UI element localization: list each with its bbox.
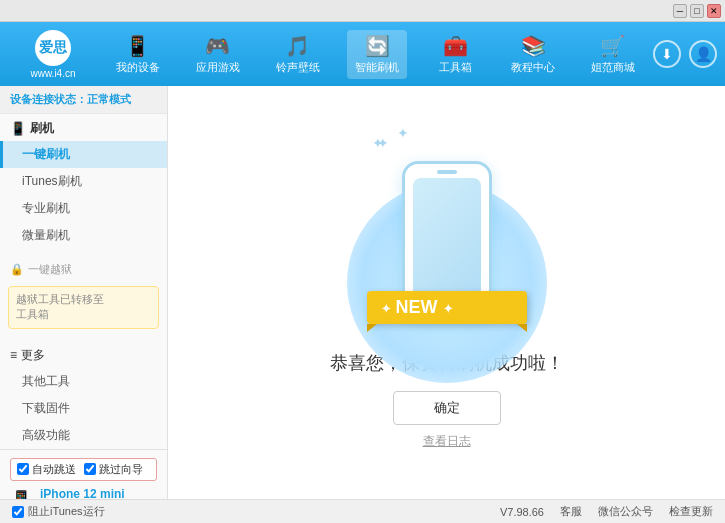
advanced-label: 高级功能 xyxy=(22,428,70,442)
one-click-flash-label: 一键刷机 xyxy=(22,147,70,161)
sidebar-item-dual-flash[interactable]: 微量刷机 xyxy=(0,222,167,249)
sidebar-item-itunes-flash[interactable]: iTunes刷机 xyxy=(0,168,167,195)
customer-service-link[interactable]: 客服 xyxy=(560,504,582,519)
confirm-button[interactable]: 确定 xyxy=(393,391,501,425)
device-phone-icon: 📱 xyxy=(10,489,32,499)
device-info: 📱 iPhone 12 mini 64GB Down-12mini-13,1 xyxy=(10,487,157,499)
sidebar-item-download-firmware[interactable]: 下载固件 xyxy=(0,395,167,422)
logo-icon: 爱思 xyxy=(35,30,71,66)
nav-smart-flash[interactable]: 🔄 智能刷机 xyxy=(347,30,407,79)
nav-apps-games[interactable]: 🎮 应用游戏 xyxy=(188,30,248,79)
phone-speaker xyxy=(437,170,457,174)
nav-right: ⬇ 👤 xyxy=(653,40,717,68)
toolbox-icon: 🧰 xyxy=(443,34,468,58)
bottom-left: 阻止iTunes运行 xyxy=(12,504,105,519)
device-area: 自动跳送 跳过向导 📱 iPhone 12 mini 64GB Down-12m… xyxy=(0,449,167,499)
one-rescue-header: 🔒 一键越狱 xyxy=(0,257,167,282)
my-device-icon: 📱 xyxy=(125,34,150,58)
notice-text: 越狱工具已转移至工具箱 xyxy=(16,293,104,320)
nav-my-device[interactable]: 📱 我的设备 xyxy=(108,30,168,79)
store-label: 姐范商城 xyxy=(591,60,635,75)
download-button[interactable]: ⬇ xyxy=(653,40,681,68)
auto-send-checkbox[interactable]: 自动跳送 xyxy=(17,462,76,477)
my-device-label: 我的设备 xyxy=(116,60,160,75)
apps-label: 应用游戏 xyxy=(196,60,240,75)
bottom-right: V7.98.66 客服 微信公众号 检查更新 xyxy=(500,504,713,519)
sidebar-item-pro-flash[interactable]: 专业刷机 xyxy=(0,195,167,222)
sidebar-item-other-tools[interactable]: 其他工具 xyxy=(0,368,167,395)
view-log-link[interactable]: 查看日志 xyxy=(423,433,471,450)
dual-flash-label: 微量刷机 xyxy=(22,228,70,242)
top-nav: 爱思 www.i4.cn 📱 我的设备 🎮 应用游戏 🎵 铃声壁纸 🔄 智能刷机… xyxy=(0,22,725,86)
nav-ringtones[interactable]: 🎵 铃声壁纸 xyxy=(268,30,328,79)
ringtones-icon: 🎵 xyxy=(285,34,310,58)
apps-icon: 🎮 xyxy=(205,34,230,58)
sparkle-2: ✦ xyxy=(377,135,389,151)
flash-section-icon: 📱 xyxy=(10,121,26,136)
auto-send-label: 自动跳送 xyxy=(32,462,76,477)
sparkle-3: ✦ xyxy=(397,125,409,141)
status-label: 设备连接状态： xyxy=(10,93,87,105)
device-checkboxes: 自动跳送 跳过向导 xyxy=(10,458,157,481)
phone-illustration: ✦ ✦ ✦ ✦ NEW ✦ xyxy=(367,135,527,335)
phone-screen xyxy=(413,178,481,298)
device-details: iPhone 12 mini 64GB Down-12mini-13,1 xyxy=(40,487,125,499)
block-itunes-checkbox[interactable] xyxy=(12,506,24,518)
skip-guide-checkbox[interactable]: 跳过向导 xyxy=(84,462,143,477)
sidebar-item-advanced[interactable]: 高级功能 xyxy=(0,422,167,449)
new-ribbon: ✦ NEW ✦ xyxy=(367,291,527,324)
lock-icon: 🔒 xyxy=(10,263,24,276)
block-itunes-label: 阻止iTunes运行 xyxy=(28,504,105,519)
pro-flash-label: 专业刷机 xyxy=(22,201,70,215)
other-tools-label: 其他工具 xyxy=(22,374,70,388)
title-bar: ─ □ ✕ xyxy=(0,0,725,22)
more-icon: ≡ xyxy=(10,348,17,362)
notice-box: 越狱工具已转移至工具箱 xyxy=(8,286,159,329)
auto-send-input[interactable] xyxy=(17,463,29,475)
close-button[interactable]: ✕ xyxy=(707,4,721,18)
user-button[interactable]: 👤 xyxy=(689,40,717,68)
nav-toolbox[interactable]: 🧰 工具箱 xyxy=(427,30,483,79)
logo-url: www.i4.cn xyxy=(30,68,75,79)
store-icon: 🛒 xyxy=(600,34,625,58)
one-rescue-label: 一键越狱 xyxy=(28,262,72,277)
ribbon-star-left: ✦ xyxy=(381,302,391,316)
ribbon-star-right: ✦ xyxy=(443,302,453,316)
smart-flash-icon: 🔄 xyxy=(365,34,390,58)
ringtones-label: 铃声壁纸 xyxy=(276,60,320,75)
wechat-public-link[interactable]: 微信公众号 xyxy=(598,504,653,519)
more-section-label: 更多 xyxy=(21,347,45,364)
tutorial-label: 教程中心 xyxy=(511,60,555,75)
window-controls: ─ □ ✕ xyxy=(673,4,721,18)
sidebar-item-one-click-flash[interactable]: 一键刷机 xyxy=(0,141,167,168)
smart-flash-label: 智能刷机 xyxy=(355,60,399,75)
content-area: ✦ ✦ ✦ ✦ NEW ✦ 恭喜您，保资料刷机成功啦！ 确定 查看日志 xyxy=(168,86,725,499)
status-value: 正常模式 xyxy=(87,93,131,105)
device-status: 设备连接状态：正常模式 xyxy=(0,86,167,114)
itunes-flash-label: iTunes刷机 xyxy=(22,174,82,188)
toolbox-label: 工具箱 xyxy=(439,60,472,75)
download-firmware-label: 下载固件 xyxy=(22,401,70,415)
skip-guide-label: 跳过向导 xyxy=(99,462,143,477)
sidebar: 设备连接状态：正常模式 📱 刷机 一键刷机 iTunes刷机 专业刷机 微量刷机… xyxy=(0,86,168,499)
logo-area: 爱思 www.i4.cn xyxy=(8,30,98,79)
maximize-button[interactable]: □ xyxy=(690,4,704,18)
tutorial-icon: 📚 xyxy=(521,34,546,58)
minimize-button[interactable]: ─ xyxy=(673,4,687,18)
bottom-bar: 阻止iTunes运行 V7.98.66 客服 微信公众号 检查更新 xyxy=(0,499,725,523)
flash-section-header: 📱 刷机 xyxy=(0,114,167,141)
nav-tutorial[interactable]: 📚 教程中心 xyxy=(503,30,563,79)
nav-items: 📱 我的设备 🎮 应用游戏 🎵 铃声壁纸 🔄 智能刷机 🧰 工具箱 📚 教程中心… xyxy=(98,30,653,79)
more-section-header: ≡ 更多 xyxy=(0,341,167,368)
version-label: V7.98.66 xyxy=(500,506,544,518)
nav-store[interactable]: 🛒 姐范商城 xyxy=(583,30,643,79)
skip-guide-input[interactable] xyxy=(84,463,96,475)
main-wrapper: 设备连接状态：正常模式 📱 刷机 一键刷机 iTunes刷机 专业刷机 微量刷机… xyxy=(0,86,725,499)
device-name: iPhone 12 mini xyxy=(40,487,125,499)
check-update-link[interactable]: 检查更新 xyxy=(669,504,713,519)
flash-section-label: 刷机 xyxy=(30,120,54,137)
